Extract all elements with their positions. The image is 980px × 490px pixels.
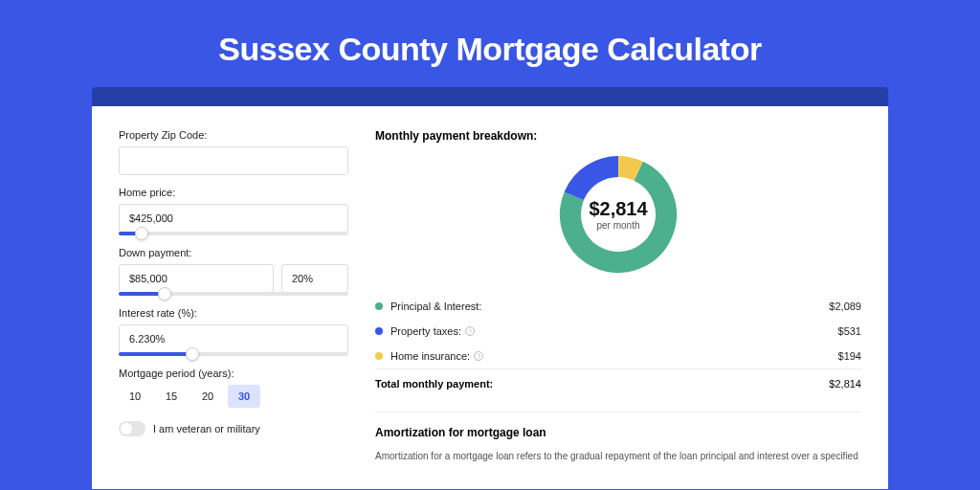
down-payment-pct-input[interactable]	[281, 264, 348, 293]
zip-label: Property Zip Code:	[119, 129, 348, 141]
veteran-toggle-row: I am veteran or military	[119, 421, 348, 436]
breakdown-column: Monthly payment breakdown: $2,814 per mo…	[375, 129, 861, 489]
legend-label: Property taxes: ?	[390, 325, 838, 337]
home-price-input[interactable]	[119, 204, 348, 233]
total-label: Total monthly payment:	[375, 378, 829, 390]
period-tab-15[interactable]: 15	[155, 385, 188, 408]
period-field: Mortgage period (years): 10 15 20 30	[119, 368, 348, 408]
period-tab-10[interactable]: 10	[119, 385, 151, 408]
legend-total: Total monthly payment: $2,814	[375, 368, 861, 398]
donut-chart: $2,814 per month	[375, 152, 861, 277]
zip-field: Property Zip Code:	[119, 129, 348, 175]
info-icon[interactable]: ?	[465, 326, 475, 336]
veteran-toggle[interactable]	[119, 421, 145, 436]
down-payment-field: Down payment:	[119, 247, 348, 296]
period-tab-30[interactable]: 30	[228, 385, 260, 408]
form-column: Property Zip Code: Home price: Down paym…	[119, 129, 348, 489]
legend-text: Property taxes:	[390, 325, 461, 337]
interest-field: Interest rate (%):	[119, 307, 348, 356]
interest-input[interactable]	[119, 324, 348, 353]
legend-value: $531	[838, 325, 861, 337]
veteran-label: I am veteran or military	[153, 423, 260, 434]
calculator-card: Property Zip Code: Home price: Down paym…	[92, 106, 888, 489]
dot-icon	[375, 327, 383, 335]
home-price-slider[interactable]	[119, 232, 348, 235]
info-icon[interactable]: ?	[474, 351, 483, 361]
down-payment-label: Down payment:	[119, 247, 348, 258]
down-payment-slider[interactable]	[119, 292, 348, 296]
interest-label: Interest rate (%):	[119, 307, 348, 319]
legend-text: Home insurance:	[390, 350, 470, 362]
legend-label: Home insurance: ?	[390, 350, 838, 362]
legend-value: $194	[838, 350, 861, 362]
legend-label: Principal & Interest:	[390, 301, 829, 312]
amortization-title: Amortization for mortgage loan	[375, 426, 861, 439]
legend-taxes: Property taxes: ? $531	[375, 319, 861, 344]
donut-center: $2,814 per month	[589, 198, 647, 231]
toggle-knob	[121, 423, 132, 434]
legend-insurance: Home insurance: ? $194	[375, 344, 861, 368]
amortization-text: Amortization for a mortgage loan refers …	[375, 449, 861, 463]
home-price-label: Home price:	[119, 187, 348, 198]
amortization-section: Amortization for mortgage loan Amortizat…	[375, 412, 861, 463]
breakdown-title: Monthly payment breakdown:	[375, 129, 861, 143]
total-value: $2,814	[829, 378, 861, 390]
interest-slider[interactable]	[119, 352, 348, 356]
card-top-strip	[92, 87, 888, 106]
slider-thumb[interactable]	[158, 287, 171, 301]
donut-value: $2,814	[589, 198, 647, 220]
page-title: Sussex County Mortgage Calculator	[0, 0, 980, 87]
donut-per-month: per month	[589, 220, 647, 231]
zip-input[interactable]	[119, 146, 348, 175]
dot-icon	[375, 302, 383, 310]
legend-principal: Principal & Interest: $2,089	[375, 294, 861, 319]
dot-icon	[375, 352, 383, 360]
home-price-field: Home price:	[119, 187, 348, 235]
legend-value: $2,089	[829, 301, 861, 312]
period-tab-20[interactable]: 20	[191, 385, 224, 408]
period-label: Mortgage period (years):	[119, 368, 348, 379]
down-payment-input[interactable]	[119, 264, 274, 293]
period-tabs: 10 15 20 30	[119, 385, 348, 408]
slider-thumb[interactable]	[186, 347, 199, 361]
slider-thumb[interactable]	[135, 227, 148, 240]
